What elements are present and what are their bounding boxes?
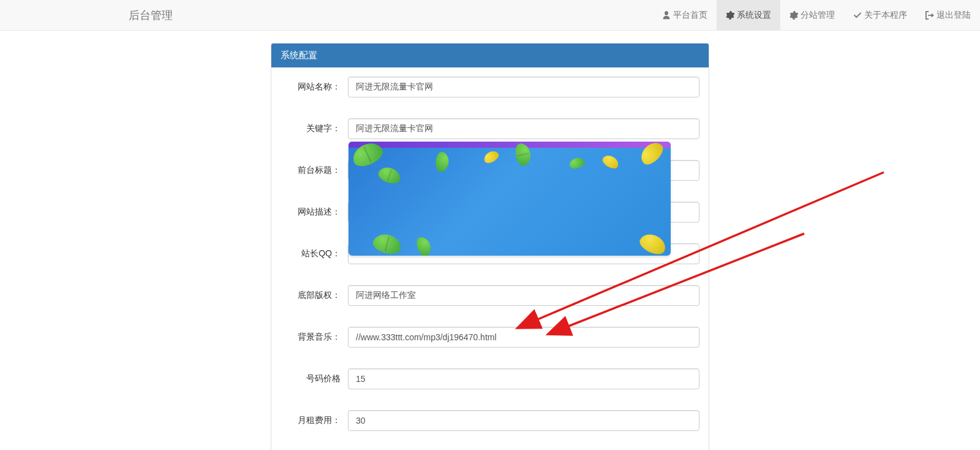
input-footer[interactable]	[348, 285, 699, 306]
leaf-icon	[637, 231, 669, 256]
nav-label: 系统设置	[737, 10, 771, 21]
nav-item-logout[interactable]: 退出登陆	[916, 0, 980, 30]
gear-icon	[790, 11, 798, 20]
nav-label: 关于本程序	[864, 10, 907, 21]
leaf-icon	[415, 235, 434, 256]
label-front-title: 前台标题：	[281, 165, 348, 176]
redaction-overlay-image	[349, 142, 671, 256]
label-site-name: 网站名称：	[281, 82, 348, 93]
input-site-name[interactable]	[348, 77, 699, 97]
leaf-icon	[435, 151, 450, 172]
label-bg-music: 背景音乐：	[281, 332, 348, 343]
leaf-icon	[637, 142, 666, 168]
input-bg-music[interactable]	[348, 327, 699, 348]
row-site-name: 网站名称：	[281, 77, 699, 97]
input-keywords[interactable]	[348, 118, 699, 139]
nav-label: 退出登陆	[937, 10, 971, 21]
user-icon	[662, 11, 671, 20]
input-price[interactable]	[348, 368, 699, 389]
leaf-icon	[568, 156, 586, 170]
panel-body: 网站名称： 关键字： 前台标题： 网站描述： 站长QQ： 底部版权：	[271, 67, 709, 450]
leaf-icon	[601, 153, 621, 170]
nav-item-about[interactable]: 关于本程序	[844, 0, 916, 30]
label-price: 号码价格	[281, 373, 348, 384]
label-monthly: 月租费用：	[281, 415, 348, 426]
input-monthly[interactable]	[348, 410, 699, 431]
check-icon	[853, 11, 862, 20]
page-container: 系统配置 网站名称： 关键字： 前台标题： 网站描述： 站长QQ：	[15, 31, 965, 450]
leaf-icon	[349, 142, 386, 170]
leaf-icon	[482, 149, 500, 166]
nav-label: 平台首页	[673, 10, 707, 21]
panel-title: 系统配置	[271, 44, 709, 67]
label-keywords: 关键字：	[281, 123, 348, 134]
top-navbar: 后台管理 平台首页 系统设置 分站管理 关于本程序	[0, 0, 980, 31]
label-webmaster-qq: 站长QQ：	[281, 248, 348, 259]
leaf-icon	[371, 232, 403, 256]
row-keywords: 关键字：	[281, 118, 699, 139]
label-footer: 底部版权：	[281, 290, 348, 301]
nav-menu: 平台首页 系统设置 分站管理 关于本程序 退出登陆	[653, 0, 980, 30]
config-panel: 系统配置 网站名称： 关键字： 前台标题： 网站描述： 站长QQ：	[271, 43, 709, 450]
leaf-icon	[377, 164, 403, 186]
gear-icon	[726, 11, 734, 20]
row-footer: 底部版权：	[281, 285, 699, 306]
nav-item-settings[interactable]: 系统设置	[717, 0, 780, 30]
nav-label: 分站管理	[801, 10, 835, 21]
row-monthly: 月租费用：	[281, 410, 699, 431]
row-bg-music: 背景音乐：	[281, 327, 699, 348]
signout-icon	[925, 11, 934, 20]
label-description: 网站描述：	[281, 207, 348, 218]
row-price: 号码价格	[281, 368, 699, 389]
brand-title: 后台管理	[129, 8, 173, 23]
nav-item-substation[interactable]: 分站管理	[780, 0, 844, 30]
nav-item-home[interactable]: 平台首页	[653, 0, 717, 30]
leaf-icon	[514, 142, 532, 167]
